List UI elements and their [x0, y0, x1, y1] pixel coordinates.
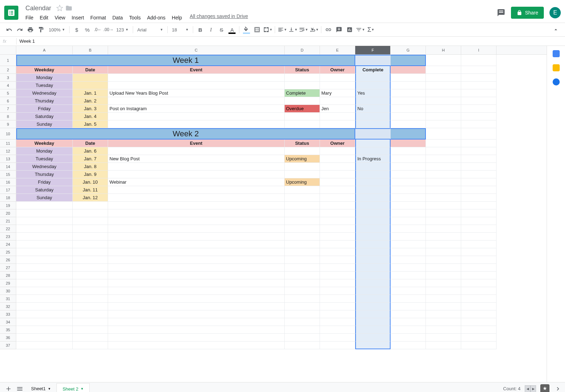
cell-2-A[interactable]: Weekday — [16, 66, 73, 74]
cell-22-A[interactable] — [16, 225, 73, 233]
cell-5-E[interactable]: Mary — [320, 89, 355, 97]
cell-24-A[interactable] — [16, 240, 73, 248]
cell-28-H[interactable] — [426, 272, 461, 279]
italic-button[interactable]: I — [206, 25, 216, 35]
cell-8-H[interactable] — [426, 113, 461, 120]
row-header-7[interactable]: 7 — [0, 105, 16, 113]
strikethrough-button[interactable]: S — [216, 25, 226, 35]
col-header-F[interactable]: F — [355, 46, 391, 54]
cell-33-D[interactable] — [285, 310, 320, 318]
cell-17-B[interactable]: Jan. 11 — [73, 186, 108, 194]
cell-30-D[interactable] — [285, 287, 320, 295]
cell-18-E[interactable] — [320, 194, 355, 202]
cell-23-C[interactable] — [108, 233, 285, 240]
cell-34-F[interactable] — [355, 318, 391, 326]
cell-4-B[interactable] — [73, 82, 108, 89]
cell-14-I[interactable] — [461, 163, 496, 171]
cell-35-F[interactable] — [355, 326, 391, 334]
cell-37-A[interactable] — [16, 341, 73, 349]
cell-29-E[interactable] — [320, 279, 355, 287]
cell-6-H[interactable] — [426, 97, 461, 105]
insert-link-button[interactable] — [323, 25, 333, 35]
cell-17-C[interactable] — [108, 186, 285, 194]
cell-22-E[interactable] — [320, 225, 355, 233]
row-header-4[interactable]: 4 — [0, 82, 16, 89]
expand-side-panel-button[interactable] — [554, 385, 562, 392]
cell-6-I[interactable] — [461, 97, 496, 105]
cell-18-F[interactable] — [355, 194, 391, 202]
cell-22-F[interactable] — [355, 225, 391, 233]
cell-29-B[interactable] — [73, 279, 108, 287]
cell-19-C[interactable] — [108, 202, 285, 209]
cell-20-G[interactable] — [391, 209, 426, 217]
cell-33-G[interactable] — [391, 310, 426, 318]
cell-19-E[interactable] — [320, 202, 355, 209]
cell-12-C[interactable] — [108, 147, 285, 155]
cell-20-A[interactable] — [16, 209, 73, 217]
cell-11-C[interactable]: Event — [108, 139, 285, 147]
cell-25-I[interactable] — [461, 248, 496, 256]
cell-10-I[interactable] — [461, 128, 496, 139]
scroll-right-button[interactable]: ▶ — [530, 385, 536, 392]
cell-15-H[interactable] — [426, 171, 461, 178]
cell-36-I[interactable] — [461, 334, 496, 341]
cell-16-F[interactable] — [355, 178, 391, 186]
cell-24-F[interactable] — [355, 240, 391, 248]
row-header-33[interactable]: 33 — [0, 310, 16, 318]
redo-button[interactable] — [15, 25, 25, 35]
cell-27-E[interactable] — [320, 264, 355, 272]
cell-25-A[interactable] — [16, 248, 73, 256]
row-header-24[interactable]: 24 — [0, 240, 16, 248]
keep-addon-icon[interactable] — [553, 64, 560, 71]
cell-35-I[interactable] — [461, 326, 496, 334]
cell-35-H[interactable] — [426, 326, 461, 334]
cell-29-G[interactable] — [391, 279, 426, 287]
cell-28-C[interactable] — [108, 272, 285, 279]
cell-33-I[interactable] — [461, 310, 496, 318]
percent-button[interactable]: % — [82, 25, 92, 35]
cell-17-E[interactable] — [320, 186, 355, 194]
cell-34-I[interactable] — [461, 318, 496, 326]
cell-18-D[interactable] — [285, 194, 320, 202]
cell-12-H[interactable] — [426, 147, 461, 155]
cell-29-H[interactable] — [426, 279, 461, 287]
cell-2-G[interactable] — [391, 66, 426, 74]
cell-3-C[interactable] — [108, 74, 285, 82]
row-header-21[interactable]: 21 — [0, 217, 16, 225]
menu-edit[interactable]: Edit — [37, 13, 51, 22]
cell-26-E[interactable] — [320, 256, 355, 264]
menu-file[interactable]: File — [23, 13, 36, 22]
cell-9-I[interactable] — [461, 120, 496, 128]
cell-15-B[interactable]: Jan. 9 — [73, 171, 108, 178]
row-header-31[interactable]: 31 — [0, 295, 16, 303]
cell-36-E[interactable] — [320, 334, 355, 341]
cell-37-H[interactable] — [426, 341, 461, 349]
cell-31-H[interactable] — [426, 295, 461, 303]
cell-31-I[interactable] — [461, 295, 496, 303]
cell-14-H[interactable] — [426, 163, 461, 171]
row-header-2[interactable]: 2 — [0, 66, 16, 74]
cell-32-I[interactable] — [461, 303, 496, 310]
insert-chart-button[interactable] — [345, 25, 355, 35]
row-header-23[interactable]: 23 — [0, 233, 16, 240]
cell-33-A[interactable] — [16, 310, 73, 318]
col-header-E[interactable]: E — [320, 46, 355, 54]
cell-35-E[interactable] — [320, 326, 355, 334]
cell-13-I[interactable] — [461, 155, 496, 163]
cell-15-D[interactable] — [285, 171, 320, 178]
cell-20-C[interactable] — [108, 209, 285, 217]
cell-10-F[interactable] — [355, 128, 391, 139]
cell-7-E[interactable]: Jen — [320, 105, 355, 113]
cell-6-F[interactable] — [355, 97, 391, 105]
cell-21-E[interactable] — [320, 217, 355, 225]
cell-34-E[interactable] — [320, 318, 355, 326]
cell-7-F[interactable]: No — [355, 105, 391, 113]
comments-icon[interactable] — [497, 8, 505, 17]
cell-20-H[interactable] — [426, 209, 461, 217]
cell-35-C[interactable] — [108, 326, 285, 334]
cell-16-G[interactable] — [391, 178, 426, 186]
decrease-decimal-button[interactable]: .0← — [93, 25, 103, 35]
cell-19-D[interactable] — [285, 202, 320, 209]
cell-6-D[interactable] — [285, 97, 320, 105]
cell-7-D[interactable]: Overdue — [285, 105, 320, 113]
